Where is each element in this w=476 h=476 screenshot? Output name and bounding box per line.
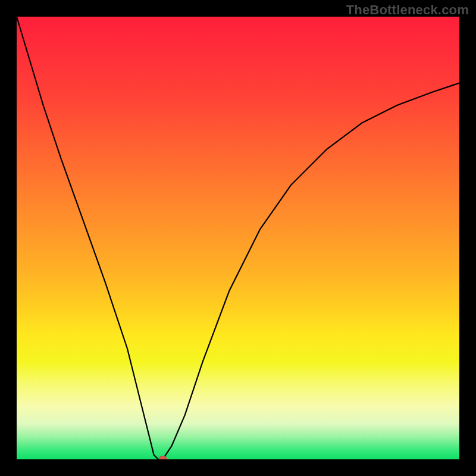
watermark-text: TheBottleneck.com [346,2,469,18]
chart-frame: TheBottleneck.com [0,0,476,476]
plot-area [17,17,459,459]
curve-path [17,17,459,459]
optimal-marker [159,456,167,459]
bottleneck-curve [17,17,459,459]
